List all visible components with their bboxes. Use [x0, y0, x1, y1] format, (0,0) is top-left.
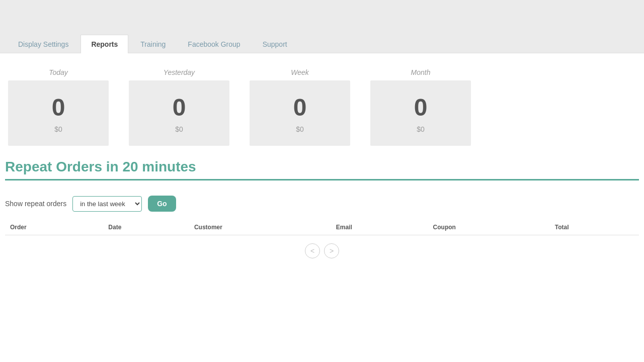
filter-label: Show repeat orders	[5, 200, 66, 208]
tab-training[interactable]: Training	[130, 35, 176, 53]
stat-week: Week 0 $0	[250, 68, 350, 146]
tab-support[interactable]: Support	[253, 35, 297, 53]
tab-facebook-group[interactable]: Facebook Group	[178, 35, 250, 53]
pagination: < >	[0, 235, 644, 266]
stat-today-label: Today	[49, 68, 68, 76]
go-button[interactable]: Go	[148, 196, 176, 212]
stat-yesterday-amount: $0	[175, 125, 183, 133]
stat-yesterday-count: 0	[173, 94, 186, 121]
stat-today-card: 0 $0	[8, 80, 109, 146]
filter-select[interactable]: in the last week in the last month in th…	[72, 196, 142, 212]
next-page-button[interactable]: >	[324, 243, 339, 258]
stats-section: Today 0 $0 Yesterday 0 $0 Week 0 $0 Mont…	[0, 53, 644, 154]
tab-display-settings[interactable]: Display Settings	[8, 35, 78, 53]
filter-section: Show repeat orders in the last week in t…	[0, 180, 644, 220]
table-wrap: Order Date Customer Email Coupon Total	[0, 220, 644, 235]
nav-bar: Display Settings Reports Training Facebo…	[0, 0, 644, 53]
col-date: Date	[103, 220, 189, 235]
col-coupon: Coupon	[428, 220, 550, 235]
stat-yesterday-card: 0 $0	[129, 80, 229, 146]
stat-week-card: 0 $0	[250, 80, 350, 146]
stat-yesterday-label: Yesterday	[164, 68, 195, 76]
col-customer: Customer	[189, 220, 331, 235]
orders-table: Order Date Customer Email Coupon Total	[5, 220, 639, 235]
stat-month-count: 0	[414, 94, 428, 121]
repeat-orders-heading: Repeat Orders in 20 minutes	[5, 159, 639, 175]
stat-today-amount: $0	[54, 125, 62, 133]
stat-month-card: 0 $0	[370, 80, 471, 146]
col-order: Order	[5, 220, 103, 235]
stat-today: Today 0 $0	[8, 68, 109, 146]
prev-page-button[interactable]: <	[305, 243, 320, 258]
stat-week-amount: $0	[296, 125, 304, 133]
table-head: Order Date Customer Email Coupon Total	[5, 220, 639, 235]
stat-month-label: Month	[411, 68, 431, 76]
stat-today-count: 0	[52, 94, 65, 121]
stat-week-count: 0	[293, 94, 307, 121]
repeat-orders-heading-wrap: Repeat Orders in 20 minutes	[0, 154, 644, 180]
stat-month-amount: $0	[417, 125, 425, 133]
stat-week-label: Week	[291, 68, 309, 76]
tab-reports[interactable]: Reports	[80, 35, 128, 53]
table-header-row: Order Date Customer Email Coupon Total	[5, 220, 639, 235]
stat-month: Month 0 $0	[370, 68, 471, 146]
col-total: Total	[550, 220, 639, 235]
stat-yesterday: Yesterday 0 $0	[129, 68, 229, 146]
col-email: Email	[331, 220, 428, 235]
